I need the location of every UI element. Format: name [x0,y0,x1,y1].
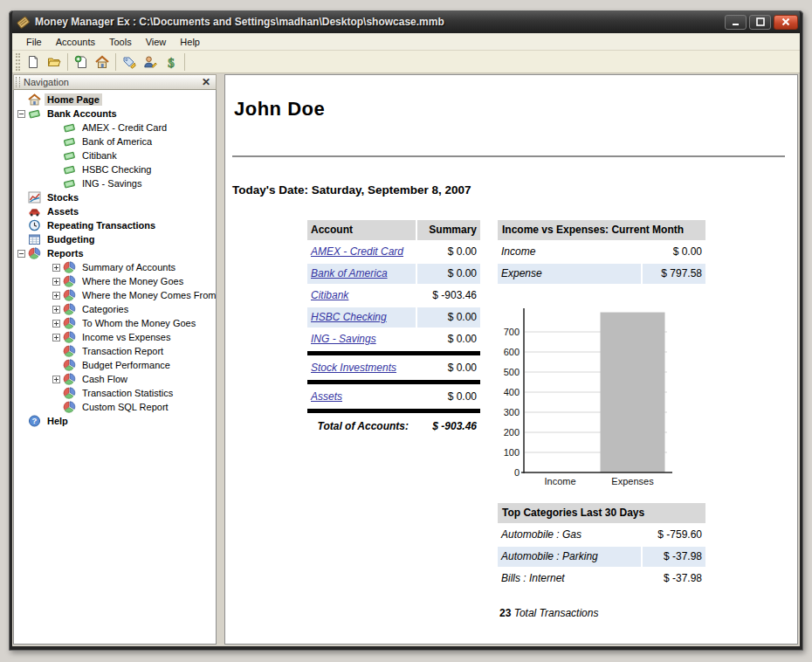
panel-splitter[interactable] [217,74,224,645]
category-row-label: Automobile : Parking [498,547,641,567]
account-row: Citibank$ -903.46 [307,286,480,306]
account-balance: $ 0.00 [417,264,480,284]
menu-view[interactable]: View [139,35,174,49]
tree-item-hsbc-checking[interactable]: HSBC Checking [14,162,216,176]
tree-item-repeating-transactions[interactable]: Repeating Transactions [14,218,216,232]
new-account-icon[interactable] [71,52,92,72]
maximize-button[interactable] [749,15,771,30]
tree-item-reports[interactable]: Reports [14,246,216,260]
toolbar-separator [115,53,116,71]
tree-item-summary-of-accounts[interactable]: Summary of Accounts [14,260,216,274]
category-row-value: $ -37.98 [643,569,705,589]
account-link[interactable]: Assets [311,390,342,403]
svg-text:0: 0 [514,467,520,478]
tree-item-label: Summary of Accounts [79,261,178,273]
tree-item-cash-flow[interactable]: Cash Flow [14,372,216,386]
svg-text:600: 600 [504,347,520,357]
account-link[interactable]: Bank of America [311,267,388,279]
account-link[interactable]: HSBC Checking [311,311,387,323]
tree-item-home-page[interactable]: Home Page [14,93,216,107]
accounts-table-header: Account Summary [307,220,480,240]
column-header-summary: Summary [417,220,480,240]
tree-item-categories[interactable]: Categories [14,302,216,316]
expand-icon[interactable] [52,306,63,314]
tree-item-where-the-money-comes-from[interactable]: Where the Money Comes From [14,288,216,302]
expand-icon[interactable] [52,292,63,300]
open-folder-icon[interactable] [44,52,65,72]
svg-text:100: 100 [504,447,520,458]
account-row: ING - Savings$ 0.00 [307,329,480,349]
account-link[interactable]: AMEX - Credit Card [311,245,403,258]
tree-item-label: AMEX - Credit Card [79,121,169,134]
tree-item-label: Home Page [45,93,102,106]
collapse-icon[interactable] [17,110,28,118]
title-bar[interactable]: Money Manager Ex : C:\Documents and Sett… [12,10,800,33]
payees-icon[interactable] [140,52,161,72]
categories-icon[interactable] [119,52,140,72]
navigation-panel-header[interactable]: Navigation ✕ [13,74,217,90]
app-body: FileAccountsToolsViewHelp $ Navigation ✕… [12,33,800,646]
top-categories-title: Top Categories Last 30 Days [498,503,705,523]
stocks-icon [28,191,41,203]
tree-item-assets[interactable]: Assets [14,204,216,218]
income-expense-row-label: Expense [498,264,641,284]
tree-item-ing-savings[interactable]: ING - Savings [14,176,216,190]
tree-item-budget-performance[interactable]: Budget Performance [14,358,216,372]
new-file-icon[interactable] [23,52,44,72]
tree-item-budgeting[interactable]: Budgeting [14,232,216,246]
account-link[interactable]: ING - Savings [311,333,376,345]
account-link[interactable]: Stock Investments [311,362,396,374]
svg-text:Expenses: Expenses [611,476,654,486]
expand-icon[interactable] [52,278,63,286]
account-row: HSBC Checking$ 0.00 [307,307,480,328]
expand-icon[interactable] [52,264,63,272]
column-header-account: Account [307,220,416,240]
tree-item-help[interactable]: ?Help [14,414,216,428]
expand-icon[interactable] [52,334,63,341]
tree-item-bank-of-america[interactable]: Bank of America [14,134,216,148]
accounts-total-row: Total of Accounts: $ -903.46 [307,416,480,436]
bank-icon [63,121,76,134]
top-categories-table: Top Categories Last 30 Days Automobile :… [498,503,705,589]
tree-item-label: Where the Money Goes [79,275,186,287]
collapse-icon[interactable] [17,250,28,258]
tree-item-label: Assets [45,205,81,217]
tree-item-transaction-statistics[interactable]: Transaction Statistics [14,386,216,400]
menu-tools[interactable]: Tools [102,35,139,49]
account-row: AMEX - Credit Card$ 0.00 [307,242,480,262]
tree-item-where-the-money-goes[interactable]: Where the Money Goes [14,274,216,288]
menu-help[interactable]: Help [173,35,207,49]
minimize-button[interactable] [725,15,747,30]
tree-item-stocks[interactable]: Stocks [14,190,216,204]
svg-text:400: 400 [504,387,520,397]
tree-item-label: Transaction Statistics [79,387,175,399]
menu-file[interactable]: File [19,35,49,49]
tree-item-label: Transaction Report [79,345,166,357]
svg-text:700: 700 [504,327,520,337]
tree-item-label: Income vs Expenses [79,331,174,343]
svg-text:$: $ [168,55,175,69]
tree-item-amex-credit-card[interactable]: AMEX - Credit Card [14,121,216,134]
tree-item-bank-accounts[interactable]: Bank Accounts [14,107,216,121]
panel-grip [16,77,20,87]
app-window: Money Manager Ex : C:\Documents and Sett… [9,10,803,651]
close-button[interactable] [774,15,798,30]
expand-icon[interactable] [52,320,63,328]
report-icon [63,317,76,329]
tree-item-custom-sql-report[interactable]: Custom SQL Report [14,400,216,414]
toolbar-grip[interactable] [16,53,20,71]
home-icon[interactable] [92,52,113,72]
tree-item-income-vs-expenses[interactable]: Income vs Expenses [14,330,216,344]
report-icon [63,261,76,273]
workspace: Navigation ✕ Home PageBank AccountsAMEX … [12,73,800,646]
tree-item-transaction-report[interactable]: Transaction Report [14,344,216,358]
account-link[interactable]: Citibank [311,289,348,301]
tree-item-citibank[interactable]: Citibank [14,148,216,162]
expand-icon[interactable] [52,376,63,383]
currency-icon[interactable]: $ [161,52,182,72]
panel-close-icon[interactable]: ✕ [200,78,212,86]
menu-accounts[interactable]: Accounts [49,35,102,49]
tree-item-to-whom-the-money-goes[interactable]: To Whom the Money Goes [14,316,216,330]
category-row-value: $ -37.98 [643,547,705,567]
tree-item-label: Help [45,415,71,427]
